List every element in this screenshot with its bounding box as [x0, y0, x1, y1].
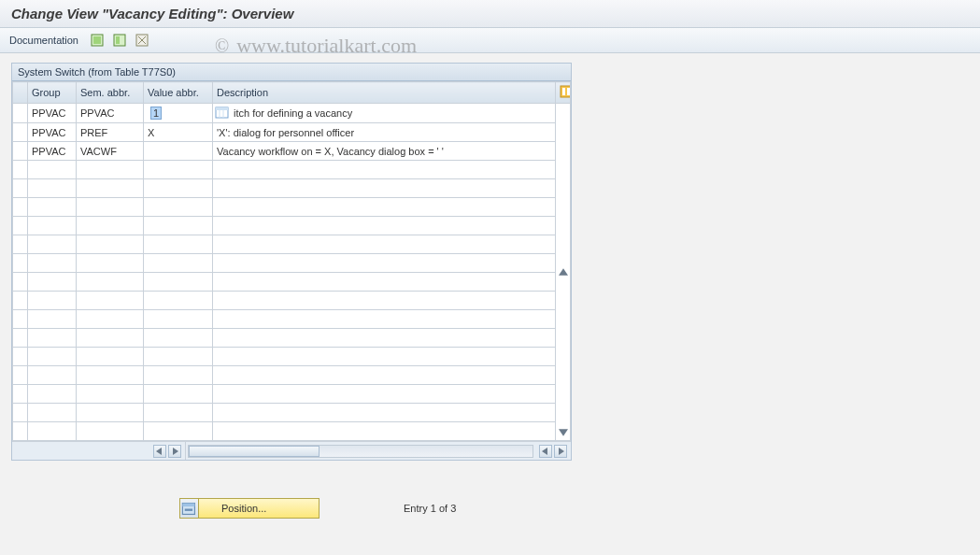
cell-desc[interactable]: itch for defining a vacancy	[213, 104, 556, 123]
table-row	[13, 254, 571, 273]
table-row	[13, 292, 571, 310]
position-icon	[180, 499, 199, 518]
scroll-right-icon[interactable]	[168, 445, 181, 458]
svg-rect-3	[116, 36, 120, 44]
table-header-row: Group Sem. abbr. Value abbr. Description	[13, 82, 571, 104]
cell-group[interactable]: PPVAC	[28, 142, 77, 161]
svg-rect-1	[93, 36, 101, 44]
svg-rect-11	[216, 107, 228, 110]
table-row	[13, 366, 571, 385]
scroll-down-icon[interactable]	[557, 428, 570, 437]
table-row	[13, 310, 571, 329]
svg-marker-18	[542, 448, 547, 455]
table-row	[13, 404, 571, 422]
table-row: PPVAC PPVAC 1 itch for defining a vacanc…	[13, 104, 571, 123]
cell-value-editing[interactable]: 1	[144, 104, 213, 123]
position-button[interactable]: Position...	[179, 498, 320, 519]
row-selector[interactable]	[13, 142, 28, 161]
select-block-icon[interactable]	[112, 33, 127, 48]
value-input[interactable]: 1	[150, 107, 162, 120]
svg-rect-21	[182, 503, 194, 506]
row-selector[interactable]	[13, 348, 28, 366]
row-selector[interactable]	[13, 404, 28, 422]
row-selector[interactable]	[13, 385, 28, 404]
col-header-val[interactable]: Value abbr.	[144, 82, 213, 104]
row-selector[interactable]	[13, 179, 28, 198]
table-row: PPVAC PREF X 'X': dialog for personnel o…	[13, 123, 571, 142]
table-row	[13, 348, 571, 366]
system-switch-panel: System Switch (from Table T77S0) Group S…	[11, 63, 572, 461]
cell-sem[interactable]: VACWF	[77, 142, 144, 161]
row-selector[interactable]	[13, 123, 28, 142]
horizontal-scrollbar	[12, 441, 571, 460]
svg-marker-17	[173, 448, 178, 455]
row-selector[interactable]	[13, 292, 28, 310]
table-row	[13, 235, 571, 254]
row-selector[interactable]	[13, 273, 28, 292]
col-header-group[interactable]: Group	[28, 82, 77, 104]
row-selector[interactable]	[13, 310, 28, 329]
hscroll-track[interactable]	[188, 445, 533, 458]
cell-group[interactable]: PPVAC	[28, 123, 77, 142]
row-selector[interactable]	[13, 254, 28, 273]
row-selector-header[interactable]	[13, 82, 28, 104]
col-header-sem[interactable]: Sem. abbr.	[77, 82, 144, 104]
panel-header: System Switch (from Table T77S0)	[12, 64, 571, 81]
position-button-label: Position...	[221, 503, 266, 514]
scroll-up-icon[interactable]	[557, 267, 570, 277]
table-row	[13, 273, 571, 292]
table-body: PPVAC PPVAC 1 itch for defining a vacanc…	[13, 104, 571, 441]
cell-value[interactable]	[144, 142, 213, 161]
svg-marker-14	[559, 268, 568, 276]
f4-help-icon[interactable]	[215, 106, 230, 121]
hscroll-thumb[interactable]	[189, 446, 320, 457]
scroll-right-icon[interactable]	[554, 445, 567, 458]
hscroll-right-group	[535, 445, 571, 458]
row-selector[interactable]	[13, 217, 28, 235]
table-row	[13, 161, 571, 179]
cell-value[interactable]: X	[144, 123, 213, 142]
footer-row: Position... Entry 1 of 3	[11, 498, 969, 519]
table-row	[13, 198, 571, 217]
hscroll-left-group	[12, 442, 186, 460]
entry-counter: Entry 1 of 3	[404, 503, 456, 514]
svg-marker-19	[559, 448, 564, 455]
svg-rect-8	[562, 88, 565, 95]
row-selector[interactable]	[13, 161, 28, 179]
col-header-desc[interactable]: Description	[213, 82, 556, 104]
row-selector[interactable]	[13, 366, 28, 385]
deselect-all-icon[interactable]	[135, 33, 149, 48]
row-selector[interactable]	[13, 198, 28, 217]
cell-sem[interactable]: PPVAC	[77, 104, 144, 123]
system-switch-table: Group Sem. abbr. Value abbr. Description…	[12, 81, 571, 441]
page-title: Change View "Vacancy Editing": Overview	[11, 6, 293, 21]
vertical-scrollbar[interactable]	[556, 104, 571, 441]
row-selector[interactable]	[13, 422, 28, 441]
table-row	[13, 217, 571, 235]
table-row	[13, 385, 571, 404]
svg-rect-9	[567, 88, 570, 95]
title-bar: Change View "Vacancy Editing": Overview	[0, 0, 980, 28]
app-toolbar: Documentation	[0, 28, 980, 53]
cell-desc[interactable]: Vacancy workflow on = X, Vacancy dialog …	[213, 142, 556, 161]
cell-desc[interactable]: 'X': dialog for personnel officer	[213, 123, 556, 142]
table-config-icon[interactable]	[556, 82, 571, 104]
documentation-button[interactable]: Documentation	[9, 35, 78, 46]
table-row	[13, 179, 571, 198]
svg-marker-16	[156, 448, 162, 455]
table-row: PPVAC VACWF Vacancy workflow on = X, Vac…	[13, 142, 571, 161]
row-selector[interactable]	[13, 329, 28, 348]
scroll-left-icon[interactable]	[153, 445, 166, 458]
scroll-left-icon[interactable]	[539, 445, 552, 458]
cell-group[interactable]: PPVAC	[28, 104, 77, 123]
table-row	[13, 329, 571, 348]
table-row	[13, 422, 571, 441]
svg-marker-15	[559, 429, 568, 436]
row-selector[interactable]	[13, 235, 28, 254]
row-selector[interactable]	[13, 104, 28, 123]
select-all-icon[interactable]	[90, 33, 105, 48]
cell-sem[interactable]: PREF	[77, 123, 144, 142]
table-container: Group Sem. abbr. Value abbr. Description…	[12, 81, 571, 460]
content-area: System Switch (from Table T77S0) Group S…	[0, 53, 980, 528]
svg-rect-22	[185, 508, 192, 510]
